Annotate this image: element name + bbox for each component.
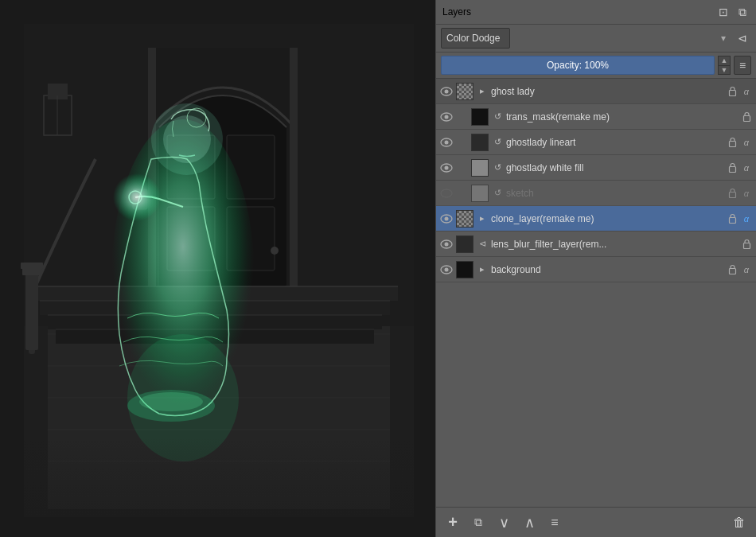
svg-rect-47 xyxy=(729,91,735,96)
layer-name: sketch xyxy=(506,188,723,199)
layer-visibility-toggle[interactable] xyxy=(439,110,454,124)
layer-thumbnail xyxy=(471,159,489,177)
layers-panel: Layers ⊡ ⧉ Normal Dissolve Darken Multip… xyxy=(435,0,756,537)
layer-type-icon: ▸ xyxy=(476,263,489,276)
svg-point-55 xyxy=(445,165,449,169)
layer-visibility-toggle[interactable] xyxy=(439,212,454,226)
layer-alpha-highlight-icon[interactable]: α xyxy=(740,212,753,225)
layer-row[interactable]: ↺trans_mask(remake me) xyxy=(436,104,756,130)
bottom-right-tools: 🗑 xyxy=(729,512,750,533)
layer-alpha-icon[interactable]: α xyxy=(740,85,753,98)
layer-actions: α xyxy=(726,85,753,98)
svg-rect-44 xyxy=(0,438,435,537)
layer-visibility-toggle[interactable] xyxy=(439,84,454,99)
layer-alpha-icon[interactable]: α xyxy=(740,187,753,200)
layer-actions: α xyxy=(726,161,753,174)
layer-type-icon: ↺ xyxy=(491,187,504,200)
layer-lock-icon[interactable] xyxy=(740,238,753,251)
svg-point-43 xyxy=(139,392,203,411)
layer-actions: α xyxy=(726,187,753,200)
layer-lock-icon[interactable] xyxy=(726,136,738,149)
layer-type-icon: ▸ xyxy=(476,212,489,225)
opacity-bar[interactable]: Opacity: 100% xyxy=(441,56,715,75)
layer-type-icon: ↺ xyxy=(491,136,504,149)
svg-rect-53 xyxy=(729,142,735,147)
blend-mode-row: Normal Dissolve Darken Multiply Color Bu… xyxy=(436,25,756,53)
svg-rect-61 xyxy=(729,218,735,224)
layer-visibility-toggle[interactable] xyxy=(439,237,454,251)
layer-thumbnail xyxy=(456,83,473,100)
svg-rect-56 xyxy=(729,167,735,173)
duplicate-layer-button[interactable]: ⧉ xyxy=(468,512,489,533)
layer-alpha-icon[interactable]: α xyxy=(740,136,753,149)
scene-svg xyxy=(0,0,435,537)
layer-thumbnail xyxy=(456,235,473,253)
layer-lock-icon[interactable] xyxy=(726,161,738,174)
layer-row[interactable]: ↺ghostlady lineart α xyxy=(436,130,756,155)
layer-visibility-toggle[interactable] xyxy=(439,161,454,175)
opacity-arrows: ▲ ▼ xyxy=(718,56,731,75)
bottom-left-tools: + ⧉ ∨ ∧ ≡ xyxy=(442,512,565,533)
layer-name: lens_blur_filter_layer(rem... xyxy=(491,239,738,250)
panel-header-icons: ⊡ ⧉ xyxy=(716,5,750,19)
panel-title: Layers xyxy=(442,6,471,18)
svg-point-60 xyxy=(445,216,449,220)
svg-point-15 xyxy=(271,247,279,255)
layer-alpha-icon[interactable]: α xyxy=(740,161,753,174)
layer-thumbnail xyxy=(471,108,489,126)
blend-mode-select[interactable]: Normal Dissolve Darken Multiply Color Bu… xyxy=(441,28,510,49)
svg-point-49 xyxy=(445,115,449,119)
svg-rect-30 xyxy=(21,263,43,269)
layer-name: ghost lady xyxy=(491,86,723,97)
svg-point-40 xyxy=(113,173,161,221)
layer-lock-icon[interactable] xyxy=(726,85,738,98)
layer-name: ghostlady lineart xyxy=(506,137,723,148)
layer-row[interactable]: ▸clone_layer(remake me) α xyxy=(436,206,756,232)
svg-point-57 xyxy=(441,189,452,197)
layer-name: background xyxy=(491,264,723,275)
layer-visibility-toggle[interactable] xyxy=(439,135,454,150)
svg-rect-67 xyxy=(729,269,735,274)
detach-icon[interactable]: ⧉ xyxy=(735,5,750,19)
bottom-toolbar: + ⧉ ∨ ∧ ≡ 🗑 xyxy=(436,507,756,537)
layer-lock-icon[interactable] xyxy=(740,111,753,123)
move-up-button[interactable]: ∧ xyxy=(519,512,540,533)
layer-actions: α xyxy=(726,136,753,149)
add-layer-button[interactable]: + xyxy=(442,512,463,533)
layer-actions: α xyxy=(726,263,753,276)
layer-row[interactable]: ▸background α xyxy=(436,257,756,282)
svg-rect-17 xyxy=(290,48,298,290)
layer-lock-icon[interactable] xyxy=(726,187,738,200)
opacity-down-arrow[interactable]: ▼ xyxy=(718,65,731,75)
layer-alpha-icon[interactable]: α xyxy=(740,263,753,276)
svg-rect-28 xyxy=(25,270,38,350)
panel-menu-icon[interactable]: ≡ xyxy=(734,56,751,75)
properties-button[interactable]: ≡ xyxy=(544,512,565,533)
layer-row[interactable]: ⊲lens_blur_filter_layer(rem... xyxy=(436,232,756,257)
svg-point-66 xyxy=(445,267,449,271)
layer-visibility-toggle[interactable] xyxy=(439,186,454,200)
filter-icon[interactable]: ⊲ xyxy=(734,28,751,49)
layer-row[interactable]: ↺sketch α xyxy=(436,181,756,206)
maximize-icon[interactable]: ⊡ xyxy=(716,5,731,19)
layer-name: clone_layer(remake me) xyxy=(491,213,723,224)
move-down-button[interactable]: ∨ xyxy=(493,512,514,533)
layer-visibility-toggle[interactable] xyxy=(439,263,454,277)
layer-actions xyxy=(740,238,753,251)
layer-thumbnail xyxy=(456,261,473,278)
layer-row[interactable]: ▸ghost lady α xyxy=(436,79,756,104)
opacity-row: Opacity: 100% ▲ ▼ ≡ xyxy=(436,53,756,79)
canvas-area xyxy=(0,0,435,537)
layer-type-icon: ↺ xyxy=(491,161,504,174)
layer-lock-icon[interactable] xyxy=(726,212,738,225)
layer-actions xyxy=(740,111,753,123)
svg-point-46 xyxy=(445,89,449,93)
delete-layer-button[interactable]: 🗑 xyxy=(729,512,750,533)
layer-lock-icon[interactable] xyxy=(726,263,738,276)
svg-point-52 xyxy=(445,140,449,144)
svg-point-63 xyxy=(445,242,449,246)
layer-thumbnail xyxy=(471,185,489,202)
layers-list: ▸ghost lady α ↺trans_mask(remake me) ↺gh… xyxy=(436,79,756,507)
opacity-up-arrow[interactable]: ▲ xyxy=(718,56,731,65)
layer-row[interactable]: ↺ghostlady white fill α xyxy=(436,155,756,181)
